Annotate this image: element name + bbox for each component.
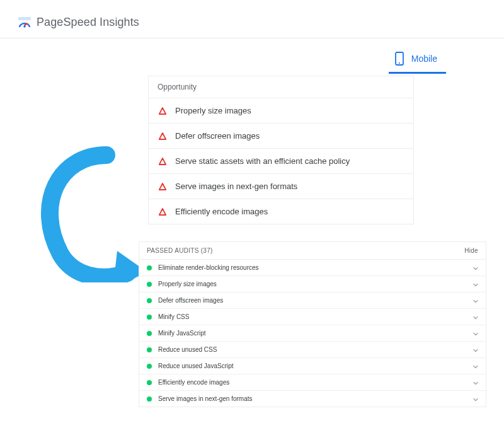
tab-mobile-label: Mobile bbox=[411, 54, 437, 64]
opportunity-label: Properly size images bbox=[175, 106, 251, 115]
chevron-down-icon bbox=[473, 380, 478, 385]
pass-dot-icon bbox=[147, 315, 152, 320]
pass-dot-icon bbox=[147, 364, 152, 369]
opportunity-row[interactable]: Serve images in next-gen formats bbox=[149, 174, 413, 199]
app-header: PageSpeed Insights bbox=[0, 0, 504, 38]
passed-audit-label: Reduce unused JavaScript bbox=[158, 362, 467, 369]
passed-audit-row[interactable]: Defer offscreen images bbox=[139, 293, 486, 309]
passed-audits-panel: PASSED AUDITS (37) Hide Eliminate render… bbox=[139, 241, 486, 407]
svg-point-1 bbox=[23, 25, 25, 27]
passed-audit-label: Defer offscreen images bbox=[158, 297, 467, 304]
pass-dot-icon bbox=[147, 380, 152, 385]
pass-dot-icon bbox=[147, 331, 152, 336]
pass-dot-icon bbox=[147, 282, 152, 287]
opportunity-label: Efficiently encode images bbox=[175, 207, 268, 216]
opportunity-label: Serve static assets with an efficient ca… bbox=[175, 156, 350, 166]
passed-audit-row[interactable]: Properly size images bbox=[139, 276, 486, 293]
curved-arrow-icon bbox=[23, 144, 149, 282]
chevron-down-icon bbox=[473, 265, 478, 270]
opportunity-label: Defer offscreen images bbox=[175, 131, 260, 141]
chevron-down-icon bbox=[473, 298, 478, 303]
warning-triangle-icon bbox=[159, 132, 166, 140]
pass-dot-icon bbox=[147, 298, 152, 303]
warning-triangle-icon bbox=[159, 183, 166, 190]
warning-triangle-icon bbox=[159, 158, 166, 165]
opportunity-row[interactable]: Efficiently encode images bbox=[149, 199, 413, 224]
hide-button[interactable]: Hide bbox=[464, 247, 478, 254]
chevron-down-icon bbox=[473, 364, 478, 369]
opportunity-header: Opportunity bbox=[149, 76, 413, 98]
passed-audits-count: (37) bbox=[201, 247, 213, 254]
passed-audits-title: PASSED AUDITS bbox=[147, 247, 199, 254]
passed-audit-label: Eliminate render-blocking resources bbox=[158, 264, 467, 271]
passed-audit-label: Properly size images bbox=[158, 281, 467, 287]
passed-audits-list: Eliminate render-blocking resourcesPrope… bbox=[139, 260, 486, 407]
chevron-down-icon bbox=[473, 331, 478, 336]
opportunity-label: Serve images in next-gen formats bbox=[175, 182, 297, 191]
device-tabs: Mobile bbox=[389, 45, 446, 74]
svg-point-3 bbox=[399, 62, 400, 64]
passed-audit-row[interactable]: Serve images in next-gen formats bbox=[139, 391, 486, 407]
opportunity-row[interactable]: Defer offscreen images bbox=[149, 124, 413, 149]
passed-audit-row[interactable]: Reduce unused CSS bbox=[139, 342, 486, 358]
pass-dot-icon bbox=[147, 347, 152, 352]
passed-audit-row[interactable]: Efficiently encode images bbox=[139, 374, 486, 391]
svg-marker-4 bbox=[159, 108, 166, 114]
passed-audit-label: Efficiently encode images bbox=[158, 379, 467, 386]
warning-triangle-icon bbox=[159, 208, 166, 216]
svg-rect-0 bbox=[18, 17, 31, 20]
mobile-icon bbox=[395, 52, 405, 66]
passed-audit-label: Minify CSS bbox=[158, 313, 467, 320]
opportunity-panel: Opportunity Properly size imagesDefer of… bbox=[148, 76, 414, 224]
opportunity-row[interactable]: Properly size images bbox=[149, 98, 413, 124]
pass-dot-icon bbox=[147, 397, 152, 402]
passed-audit-row[interactable]: Eliminate render-blocking resources bbox=[139, 260, 486, 276]
chevron-down-icon bbox=[473, 282, 478, 287]
svg-marker-5 bbox=[159, 133, 166, 139]
passed-audit-label: Reduce unused CSS bbox=[158, 346, 467, 353]
passed-audit-row[interactable]: Reduce unused JavaScript bbox=[139, 358, 486, 374]
chevron-down-icon bbox=[473, 397, 478, 402]
pagespeed-logo-icon bbox=[18, 15, 32, 29]
chevron-down-icon bbox=[473, 315, 478, 320]
passed-audits-header[interactable]: PASSED AUDITS (37) Hide bbox=[139, 242, 486, 260]
passed-audit-row[interactable]: Minify CSS bbox=[139, 309, 486, 325]
opportunity-row[interactable]: Serve static assets with an efficient ca… bbox=[149, 149, 413, 174]
tab-mobile[interactable]: Mobile bbox=[389, 45, 446, 74]
svg-marker-7 bbox=[159, 183, 166, 190]
svg-marker-8 bbox=[159, 209, 166, 215]
pass-dot-icon bbox=[147, 265, 152, 270]
chevron-down-icon bbox=[473, 347, 478, 352]
passed-audit-row[interactable]: Minify JavaScript bbox=[139, 325, 486, 342]
passed-audit-label: Minify JavaScript bbox=[158, 330, 467, 337]
opportunity-list: Properly size imagesDefer offscreen imag… bbox=[149, 98, 413, 224]
page-title: PageSpeed Insights bbox=[37, 16, 139, 29]
passed-audit-label: Serve images in next-gen formats bbox=[158, 395, 467, 402]
svg-marker-6 bbox=[159, 158, 166, 165]
warning-triangle-icon bbox=[159, 107, 166, 115]
